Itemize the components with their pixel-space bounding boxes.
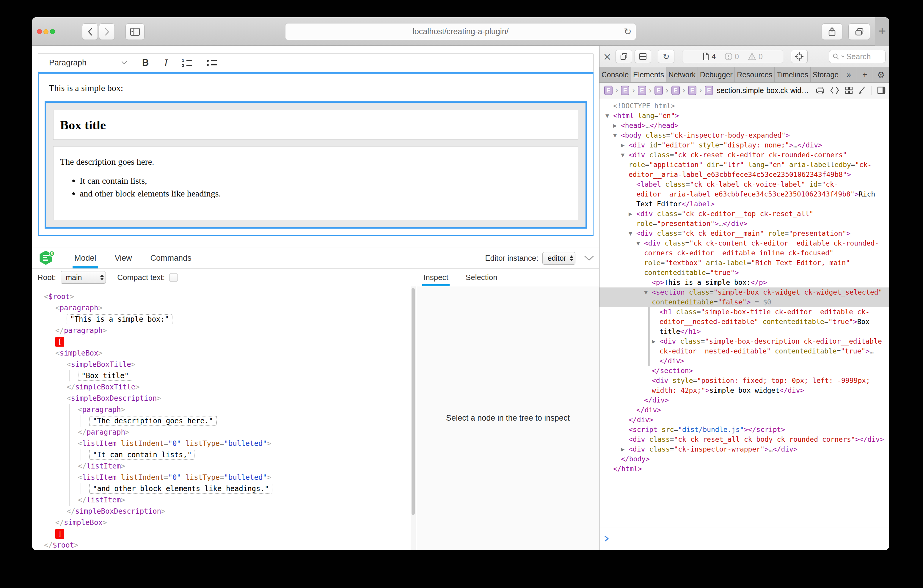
model-tree-line[interactable]: </simpleBoxTitle> xyxy=(39,381,416,393)
model-tree-line[interactable]: "The description goes here." xyxy=(39,415,416,427)
show-source-icon[interactable] xyxy=(830,87,839,94)
model-tree-line[interactable]: "It can contain lists," xyxy=(39,449,416,460)
element-badge-icon[interactable]: E xyxy=(672,85,680,95)
model-tree-line[interactable]: </simpleBoxDescription> xyxy=(39,506,416,517)
dom-tree-line[interactable]: ▶<div class="ck ck-editor__top ck-reset_… xyxy=(599,209,889,228)
devtools-tab-storage[interactable]: Storage xyxy=(811,67,841,82)
description-paragraph[interactable]: The description goes here. xyxy=(60,157,572,167)
devtools-tab-network[interactable]: Network xyxy=(667,67,698,82)
settings-gear-icon[interactable]: ⚙ xyxy=(873,67,889,82)
model-tree-line[interactable]: <paragraph> xyxy=(39,404,416,415)
model-tree-line[interactable]: <$root> xyxy=(39,291,416,302)
element-badge-icon[interactable]: E xyxy=(621,85,629,95)
model-tree-line[interactable]: </paragraph> xyxy=(39,427,416,438)
editor-editable-area[interactable]: This is a simple box: Box title The desc… xyxy=(38,72,593,236)
dom-tree-line[interactable]: ▶<div class="simple-box-description ck-e… xyxy=(599,337,889,366)
disclosure-expanded-icon[interactable]: ▼ xyxy=(636,238,640,248)
element-badge-icon[interactable]: E xyxy=(604,85,613,95)
model-tree-line[interactable]: [ xyxy=(39,336,416,348)
search-input[interactable]: Search xyxy=(829,50,885,63)
reload-icon[interactable]: ↻ xyxy=(624,26,632,37)
dom-tree-line[interactable]: </body> xyxy=(599,454,889,464)
dom-tree-line[interactable]: <script src="dist/bundle.js"></script> xyxy=(599,425,889,435)
share-button[interactable] xyxy=(821,23,843,40)
element-badge-icon[interactable]: E xyxy=(638,85,646,95)
compact-text-checkbox[interactable] xyxy=(169,273,178,282)
dom-tree-line[interactable]: ▼<div class="ck ck-editor__main" role="p… xyxy=(599,228,889,238)
root-select[interactable]: main xyxy=(61,271,106,284)
reload-page-button[interactable]: ↻ xyxy=(658,50,674,63)
resource-count[interactable]: 4 xyxy=(703,52,716,61)
dom-tree-line[interactable]: ▼<html lang="en"> xyxy=(599,111,889,121)
tab-overview-button[interactable] xyxy=(848,23,870,40)
dom-tree-line[interactable]: ▶<head>…</head> xyxy=(599,121,889,130)
dom-tree-line[interactable]: <div style="position: fixed; top: 0px; l… xyxy=(599,376,889,395)
simple-box-title[interactable]: Box title xyxy=(53,110,578,140)
forward-button[interactable] xyxy=(99,23,115,40)
simple-box-widget[interactable]: Box title The description goes here. It … xyxy=(44,101,587,228)
devtools-tab-resources[interactable]: Resources xyxy=(735,67,775,82)
model-tree-line[interactable]: </simpleBox> xyxy=(39,517,416,528)
list-item[interactable]: and other block elements like headings. xyxy=(80,189,572,199)
style-editor-brush-icon[interactable] xyxy=(859,86,866,95)
side-tab-selection[interactable]: Selection xyxy=(466,269,498,286)
element-badge-icon[interactable]: E xyxy=(688,85,696,95)
inspector-tab-view[interactable]: View xyxy=(115,248,132,268)
dom-tree-line[interactable]: ▼<div class="ck ck-reset ck-editor ck-ro… xyxy=(599,150,889,179)
numbered-list-button[interactable]: 1 2 xyxy=(182,59,192,67)
bulleted-list-button[interactable] xyxy=(206,60,217,66)
side-tab-inspect[interactable]: Inspect xyxy=(424,269,448,286)
collapse-inspector-icon[interactable] xyxy=(584,256,594,261)
error-count[interactable]: 0 xyxy=(725,52,739,61)
dom-tree-line[interactable]: ▶<div id="editor" style="display: none;"… xyxy=(599,140,889,150)
list-item[interactable]: It can contain lists, xyxy=(80,176,572,186)
disclosure-expanded-icon[interactable]: ▼ xyxy=(605,111,609,121)
editor-instance-select[interactable]: editor xyxy=(542,252,575,264)
minimize-window-button[interactable] xyxy=(43,29,48,34)
dom-tree-line[interactable]: </html> xyxy=(599,464,889,474)
model-tree-line[interactable]: <paragraph> xyxy=(39,302,416,314)
model-tree-line[interactable]: <listItem listIndent="0" listType="bulle… xyxy=(39,438,416,449)
model-tree-line[interactable]: ] xyxy=(39,528,416,540)
model-tree-line[interactable]: </$root> xyxy=(39,540,416,550)
warning-count[interactable]: 0 xyxy=(748,52,763,61)
disclosure-collapsed-icon[interactable]: ▶ xyxy=(621,140,624,150)
model-tree-line[interactable]: <simpleBoxDescription> xyxy=(39,393,416,404)
devtools-tab-console[interactable]: Console xyxy=(599,67,631,82)
url-bar[interactable]: localhost/creating-a-plugin/ ↻ xyxy=(285,23,636,40)
model-tree-line[interactable]: "This is a simple box:" xyxy=(39,314,416,325)
dom-tree-line[interactable]: <h1 class="simple-box-title ck-editor__e… xyxy=(599,307,889,337)
disclosure-expanded-icon[interactable]: ▼ xyxy=(613,130,617,140)
dom-tree-line[interactable]: <div class="ck ck-reset_all ck-body ck-r… xyxy=(599,435,889,444)
add-tab-icon[interactable]: + xyxy=(857,67,873,82)
italic-button[interactable]: I xyxy=(164,57,168,68)
zoom-window-button[interactable] xyxy=(50,29,55,34)
model-tree-line[interactable]: "Box title" xyxy=(39,370,416,381)
close-devtools-button[interactable]: × xyxy=(603,51,613,62)
details-sidebar-icon[interactable] xyxy=(877,86,885,95)
element-picker-button[interactable] xyxy=(791,50,808,63)
devtools-tab-timelines[interactable]: Timelines xyxy=(775,67,811,82)
disclosure-expanded-icon[interactable]: ▼ xyxy=(644,287,648,297)
inspector-tab-model[interactable]: Model xyxy=(74,248,96,268)
disclosure-collapsed-icon[interactable]: ▶ xyxy=(613,121,617,130)
model-tree-line[interactable]: </listItem> xyxy=(39,460,416,472)
disclosure-expanded-icon[interactable]: ▼ xyxy=(629,228,632,238)
inspector-tab-commands[interactable]: Commands xyxy=(151,248,192,268)
devtools-tab-debugger[interactable]: Debugger xyxy=(698,67,735,82)
dom-tree-line[interactable]: </section> xyxy=(599,366,889,376)
bold-button[interactable]: B xyxy=(142,57,149,68)
disclosure-collapsed-icon[interactable]: ▶ xyxy=(621,444,624,454)
dock-side-button[interactable] xyxy=(635,50,651,63)
back-button[interactable] xyxy=(82,23,98,40)
devtools-tab-elements[interactable]: Elements xyxy=(631,67,667,82)
dom-tree-line[interactable]: </div> xyxy=(599,395,889,405)
dom-tree-line[interactable]: <p>This is a simple box:</p> xyxy=(599,278,889,287)
scrollbar-thumb[interactable] xyxy=(412,288,415,515)
console-prompt[interactable] xyxy=(599,527,889,550)
paragraph-dropdown[interactable]: Paragraph xyxy=(49,58,87,67)
simple-box-description[interactable]: The description goes here. It can contai… xyxy=(53,146,578,220)
model-tree-line[interactable]: <simpleBox> xyxy=(39,348,416,359)
new-tab-button[interactable]: + xyxy=(875,17,889,46)
dom-tree-line[interactable]: </div> xyxy=(599,405,889,415)
